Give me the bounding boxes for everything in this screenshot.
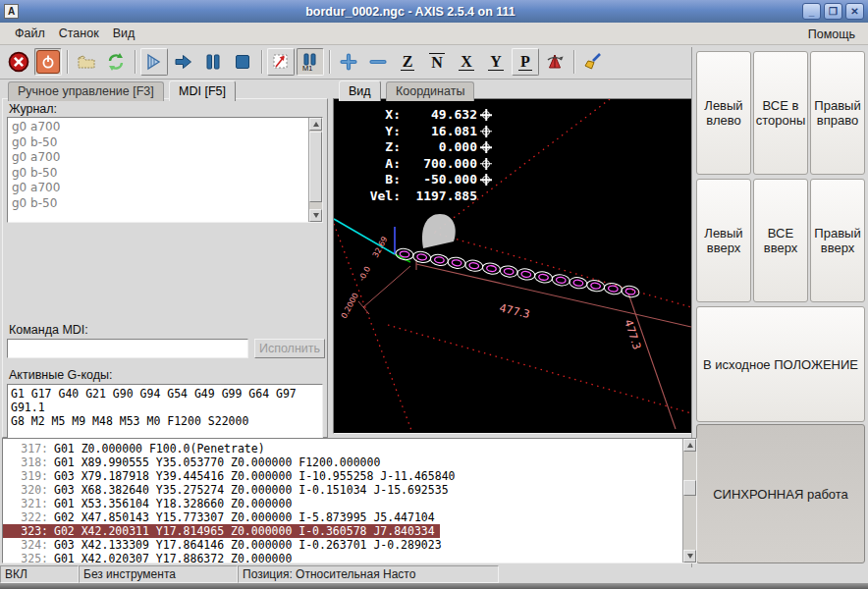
reload-file-button[interactable]: [102, 48, 130, 76]
scroll-up-icon[interactable]: [309, 118, 322, 131]
axis-label: Y:: [359, 124, 401, 140]
scroll-up-icon[interactable]: [683, 439, 696, 452]
view-z-rotated-button[interactable]: N: [423, 48, 451, 76]
jog-all-up-button[interactable]: ВСЕ вверх: [753, 179, 808, 302]
menubar: Файл Станок Вид: [0, 23, 868, 45]
menu-item[interactable]: Станок: [52, 24, 106, 43]
readout-row: Y: 16.081: [359, 124, 490, 140]
line-text: G01 X89.990555 Y35.053770 Z0.000000 F120…: [54, 455, 380, 469]
gcode-line[interactable]: 323:G02 X42.200311 Y17.814965 Z0.000000 …: [3, 524, 440, 538]
estop-button[interactable]: [5, 48, 32, 76]
titlebar[interactable]: A bordur_0002.ngc - AXIS 2.5.4 on 111 _ …: [0, 0, 868, 23]
mdi-command-label: Команда MDI:: [9, 323, 88, 337]
open-file-button[interactable]: [73, 48, 100, 76]
view-perspective-button[interactable]: P: [512, 48, 539, 76]
menu-item[interactable]: Файл: [8, 24, 52, 43]
gcode-listing[interactable]: 317:G01 Z0.000000 F100.0(Penetrate) 318:…: [2, 438, 697, 563]
jog-all-aside-button[interactable]: ВСЕ в стороны: [753, 51, 808, 175]
scrollbar-thumb[interactable]: [683, 480, 696, 496]
svg-text:M1: M1: [302, 64, 312, 72]
machine-power-button[interactable]: [34, 48, 62, 76]
gcode-line[interactable]: 322:G02 X47.850143 Y15.773307 Z0.000000 …: [3, 510, 440, 524]
line-number: 320:: [3, 483, 48, 497]
tab[interactable]: Вид: [339, 80, 381, 101]
sync-mode-button[interactable]: СИНХРОННАЯ работа: [696, 424, 865, 563]
jog-left-left-button[interactable]: Левый влево: [696, 51, 751, 175]
log-scrollbar[interactable]: [308, 118, 322, 222]
minimize-button[interactable]: _: [802, 3, 821, 20]
window-title: bordur_0002.ngc - AXIS 2.5.4 on 111: [19, 5, 802, 19]
jog-right-up-button[interactable]: Правый вверх: [810, 179, 865, 302]
axis-value: 1197.885: [401, 188, 477, 205]
view-y-button[interactable]: Y: [482, 48, 510, 76]
plus-icon: [340, 53, 357, 71]
menu-item[interactable]: Вид: [106, 24, 142, 43]
gcode-line[interactable]: 324:G03 X42.133309 Y17.864146 Z0.000000 …: [3, 538, 447, 552]
axis-label: B:: [359, 172, 401, 188]
skip-lines-icon: [271, 52, 291, 72]
optional-stop-toggle[interactable]: M1: [297, 48, 324, 76]
line-number: 322:: [3, 510, 48, 524]
axis-x-marker: [395, 254, 410, 262]
gcode-line[interactable]: 320:G03 X68.382640 Y35.275274 Z0.000000 …: [3, 483, 454, 497]
dimension-label: 477.3: [622, 318, 643, 351]
open-folder-icon: [77, 53, 96, 71]
scroll-down-icon[interactable]: [309, 209, 322, 222]
gcode-line[interactable]: 318:G01 X89.990555 Y35.053770 Z0.000000 …: [3, 455, 385, 469]
zoom-in-button[interactable]: [335, 48, 362, 76]
readout-row: A: 700.000: [359, 156, 490, 173]
preview-viewport[interactable]: 477.3 477.3 32.69 0.2000 -0.0 X: 49.632 …: [333, 98, 692, 434]
clear-plot-button[interactable]: [579, 48, 607, 76]
log-line: g0 a700: [12, 181, 306, 196]
rapid-move-line: [334, 219, 395, 254]
tab[interactable]: Координаты: [386, 81, 474, 101]
gcode-line[interactable]: 321:G01 X53.356104 Y18.328660 Z0.000000: [3, 497, 297, 510]
toolbar-separator: [261, 50, 262, 74]
view-z-button[interactable]: Z: [394, 48, 421, 76]
tab[interactable]: MDI [F5]: [169, 80, 236, 101]
pause-button[interactable]: [199, 48, 227, 76]
gcode-line[interactable]: 317:G01 Z0.000000 F100.0(Penetrate): [3, 442, 270, 455]
close-button[interactable]: ✕: [845, 3, 864, 20]
log-line: g0 b-50: [12, 196, 306, 212]
home-position-button[interactable]: В исходное ПОЛОЖЕНИЕ: [696, 306, 865, 422]
view-x-button[interactable]: X: [453, 48, 480, 76]
line-number: 317:: [3, 442, 48, 455]
maximize-button[interactable]: ❐: [824, 3, 842, 20]
dimension-label: 477.3: [498, 301, 531, 321]
rotate-view-button[interactable]: [541, 48, 569, 76]
run-from-line-button[interactable]: [170, 48, 197, 76]
arrow-right-icon: [174, 52, 193, 72]
jog-right-right-button[interactable]: Правый вправо: [810, 51, 865, 175]
stop-button[interactable]: [229, 48, 256, 76]
tab[interactable]: Ручное управление [F3]: [8, 81, 164, 101]
window-icon: A: [4, 4, 19, 19]
crosshair-icon: [482, 176, 490, 184]
scrollbar-thumb[interactable]: [309, 132, 322, 202]
zoom-out-button[interactable]: [364, 48, 392, 76]
paintbrush-icon: [583, 52, 603, 72]
letter-x-icon: X: [459, 53, 474, 71]
axis-value: 700.000: [401, 156, 477, 173]
menu-item-help[interactable]: Помощь: [801, 25, 862, 44]
crosshair-icon: [482, 143, 490, 151]
reload-icon: [106, 52, 126, 72]
mdi-history[interactable]: g0 a700g0 b-50g0 a700g0 b-50g0 a700g0 b-…: [7, 117, 323, 223]
run-program-button[interactable]: [140, 48, 168, 76]
scroll-down-icon[interactable]: [683, 550, 696, 562]
execute-button[interactable]: Исполнить: [254, 339, 325, 358]
window-bottom-edge: [0, 583, 868, 589]
jog-left-up-button[interactable]: Левый вверх: [696, 179, 751, 302]
gcode-scrollbar[interactable]: [682, 439, 696, 562]
limit-line: [388, 325, 691, 413]
origin-label: -0.0: [357, 265, 372, 283]
mdi-command-input[interactable]: [7, 339, 248, 358]
mdi-history-lines: g0 a700g0 b-50g0 a700g0 b-50g0 a700g0 b-…: [12, 120, 306, 211]
skip-lines-toggle[interactable]: [267, 48, 295, 76]
axis-value: 0.000: [401, 139, 477, 156]
axis-label: A:: [359, 156, 401, 173]
letter-z-icon: Z: [401, 53, 415, 71]
gcode-line[interactable]: 319:G03 X79.187918 Y39.445416 Z0.000000 …: [3, 469, 461, 483]
stop-icon: [234, 53, 251, 71]
gcode-line[interactable]: 325:G01 X42.020307 Y17.886372 Z0.000000: [3, 552, 297, 563]
